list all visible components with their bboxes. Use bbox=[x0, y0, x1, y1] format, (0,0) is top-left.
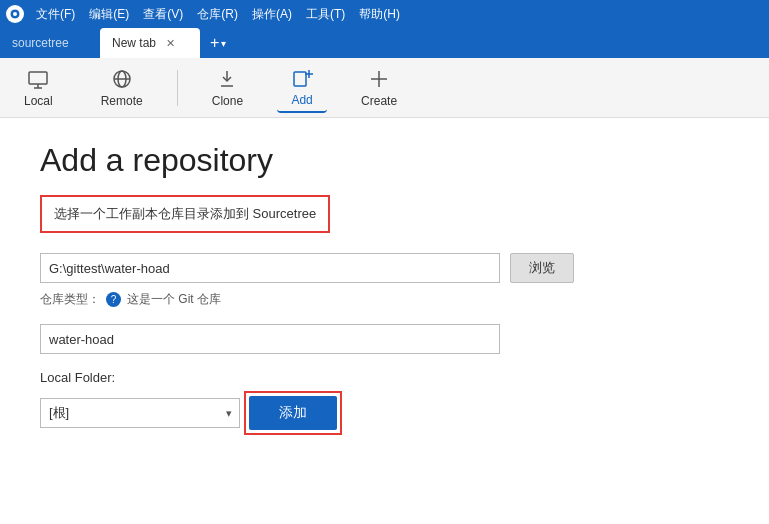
tab-new-label: New tab bbox=[112, 36, 156, 50]
menu-file[interactable]: 文件(F) bbox=[30, 4, 81, 25]
name-input[interactable] bbox=[40, 324, 500, 354]
instruction-text: 选择一个工作副本仓库目录添加到 Sourcetree bbox=[54, 206, 316, 221]
toolbar-create[interactable]: Create bbox=[347, 64, 411, 112]
instruction-box: 选择一个工作副本仓库目录添加到 Sourcetree bbox=[40, 195, 330, 233]
help-icon[interactable]: ? bbox=[106, 292, 121, 307]
add-button-wrapper: 添加 bbox=[244, 391, 342, 435]
tab-new[interactable]: New tab ✕ bbox=[100, 28, 200, 58]
repo-type-row: 仓库类型： ? 这是一个 Git 仓库 bbox=[40, 291, 729, 308]
toolbar-create-label: Create bbox=[361, 94, 397, 108]
path-input[interactable] bbox=[40, 253, 500, 283]
path-row: 浏览 bbox=[40, 253, 729, 283]
svg-rect-2 bbox=[29, 72, 47, 84]
local-folder-select-wrapper: [根] ▾ bbox=[40, 398, 240, 428]
local-folder-label: Local Folder: bbox=[40, 370, 729, 385]
svg-rect-8 bbox=[294, 72, 306, 86]
menu-bar: 文件(F) 编辑(E) 查看(V) 仓库(R) 操作(A) 工具(T) 帮助(H… bbox=[30, 4, 406, 25]
page-title: Add a repository bbox=[40, 142, 729, 179]
add-button[interactable]: 添加 bbox=[249, 396, 337, 430]
add-icon bbox=[291, 67, 313, 89]
toolbar-add-label: Add bbox=[291, 93, 312, 107]
menu-repo[interactable]: 仓库(R) bbox=[191, 4, 244, 25]
menu-view[interactable]: 查看(V) bbox=[137, 4, 189, 25]
plus-icon: + bbox=[210, 34, 219, 52]
toolbar-remote-label: Remote bbox=[101, 94, 143, 108]
toolbar-clone-label: Clone bbox=[212, 94, 243, 108]
local-icon bbox=[27, 68, 49, 90]
menu-edit[interactable]: 编辑(E) bbox=[83, 4, 135, 25]
menu-help[interactable]: 帮助(H) bbox=[353, 4, 406, 25]
repo-type-value: 这是一个 Git 仓库 bbox=[127, 291, 221, 308]
svg-point-1 bbox=[13, 12, 17, 16]
create-icon bbox=[368, 68, 390, 90]
menu-action[interactable]: 操作(A) bbox=[246, 4, 298, 25]
dropdown-icon: ▾ bbox=[221, 38, 226, 49]
browse-button[interactable]: 浏览 bbox=[510, 253, 574, 283]
tab-close-icon[interactable]: ✕ bbox=[166, 37, 175, 50]
tab-sourcetree-label: sourcetree bbox=[12, 36, 69, 50]
tab-bar: sourcetree New tab ✕ + ▾ bbox=[0, 28, 769, 58]
toolbar: Local Remote Clone Add Create bbox=[0, 58, 769, 118]
toolbar-separator bbox=[177, 70, 178, 106]
toolbar-remote[interactable]: Remote bbox=[87, 64, 157, 112]
app-logo bbox=[6, 5, 24, 23]
remote-icon bbox=[111, 68, 133, 90]
clone-icon bbox=[216, 68, 238, 90]
local-folder-select[interactable]: [根] bbox=[40, 398, 240, 428]
toolbar-local-label: Local bbox=[24, 94, 53, 108]
main-content: Add a repository 选择一个工作副本仓库目录添加到 Sourcet… bbox=[0, 118, 769, 472]
title-bar: 文件(F) 编辑(E) 查看(V) 仓库(R) 操作(A) 工具(T) 帮助(H… bbox=[0, 0, 769, 28]
toolbar-add[interactable]: Add bbox=[277, 63, 327, 113]
tab-sourcetree[interactable]: sourcetree bbox=[0, 28, 100, 58]
toolbar-local[interactable]: Local bbox=[10, 64, 67, 112]
new-tab-button[interactable]: + ▾ bbox=[200, 28, 236, 58]
repo-type-label: 仓库类型： bbox=[40, 291, 100, 308]
toolbar-clone[interactable]: Clone bbox=[198, 64, 257, 112]
menu-tools[interactable]: 工具(T) bbox=[300, 4, 351, 25]
